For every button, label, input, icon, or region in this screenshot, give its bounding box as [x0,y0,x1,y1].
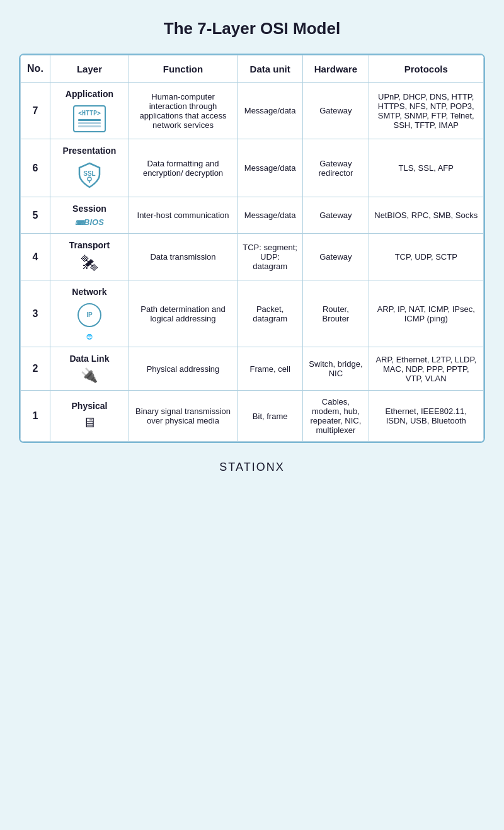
cell-layer: Network IP🌐 [50,280,129,347]
osi-table-wrapper: No. Layer Function Data unit Hardware Pr… [19,54,485,443]
layer-name: Application [55,89,123,99]
cell-hardware: Gateway redirector [303,139,369,197]
table-header-row: No. Layer Function Data unit Hardware Pr… [21,55,484,83]
table-row: 7 Application <HTTP> Human-computer inte… [21,83,484,139]
footer-logo: STATIONX [219,461,284,474]
cell-protocols: TLS, SSL, AFP [369,139,483,197]
cell-dataunit: Message/data [238,139,303,197]
layer-name: Physical [55,401,123,411]
cell-protocols: ARP, Ethernet, L2TP, LLDP, MAC, NDP, PPP… [369,347,483,391]
layer-icon: IP🌐 [55,301,123,340]
table-row: 4 Transport 🛰 Data transmission TCP: seg… [21,234,484,280]
cell-no: 3 [21,280,50,347]
table-row: 5 Session ⌨BIOS Inter-host communication… [21,197,484,234]
layer-name: Transport [55,240,123,250]
cell-dataunit: Message/data [238,83,303,139]
cell-dataunit: Message/data [238,197,303,234]
table-row: 6 Presentation SSL Data formatting and e… [21,139,484,197]
cell-hardware: Gateway [303,83,369,139]
header-no: No. [21,55,50,83]
header-dataunit: Data unit [238,55,303,83]
svg-point-1 [88,177,91,181]
layer-name: Data Link [55,354,123,364]
cell-no: 5 [21,197,50,234]
svg-text:SSL: SSL [83,170,95,177]
cell-no: 4 [21,234,50,280]
cell-dataunit: Frame, cell [238,347,303,391]
cell-protocols: Ethernet, IEEE802.11, ISDN, USB, Bluetoo… [369,391,483,442]
layer-icon: 🖥 [55,415,123,431]
table-row: 1 Physical 🖥 Binary signal transmission … [21,391,484,442]
layer-name: Presentation [55,146,123,156]
layer-icon: SSL [55,159,123,190]
cell-no: 6 [21,139,50,197]
table-row: 3 Network IP🌐 Path determination and log… [21,280,484,347]
cell-layer: Session ⌨BIOS [50,197,129,234]
cell-function: Data formatting and encryption/ decrypti… [129,139,238,197]
cell-function: Inter-host communication [129,197,238,234]
table-row: 2 Data Link 🔌 Physical addressing Frame,… [21,347,484,391]
cell-function: Human-computer interaction through appli… [129,83,238,139]
cell-layer: Application <HTTP> [50,83,129,139]
cell-protocols: NetBIOS, RPC, SMB, Socks [369,197,483,234]
cell-function: Physical addressing [129,347,238,391]
cell-layer: Physical 🖥 [50,391,129,442]
cell-hardware: Cables, modem, hub, repeater, NIC, multi… [303,391,369,442]
cell-protocols: UPnP, DHCP, DNS, HTTP, HTTPS, NFS, NTP, … [369,83,483,139]
cell-hardware: Gateway [303,197,369,234]
cell-dataunit: Bit, frame [238,391,303,442]
cell-function: Path determination and logical addressin… [129,280,238,347]
layer-name: Network [55,287,123,297]
cell-layer: Transport 🛰 [50,234,129,280]
cell-layer: Data Link 🔌 [50,347,129,391]
cell-dataunit: Packet, datagram [238,280,303,347]
header-hardware: Hardware [303,55,369,83]
cell-hardware: Router, Brouter [303,280,369,347]
osi-table: No. Layer Function Data unit Hardware Pr… [20,55,484,442]
layer-name: Session [55,204,123,214]
cell-hardware: Gateway [303,234,369,280]
cell-no: 2 [21,347,50,391]
header-function: Function [129,55,238,83]
header-layer: Layer [50,55,129,83]
header-protocols: Protocols [369,55,483,83]
cell-function: Binary signal transmission over physical… [129,391,238,442]
cell-no: 7 [21,83,50,139]
cell-dataunit: TCP: segment; UDP: datagram [238,234,303,280]
layer-icon: <HTTP> [55,103,123,132]
cell-function: Data transmission [129,234,238,280]
cell-protocols: TCP, UDP, SCTP [369,234,483,280]
cell-layer: Presentation SSL [50,139,129,197]
cell-no: 1 [21,391,50,442]
layer-icon: 🔌 [55,367,123,384]
cell-hardware: Switch, bridge, NIC [303,347,369,391]
layer-icon: ⌨BIOS [55,217,123,227]
page-title: The 7-Layer OSI Model [164,19,340,38]
cell-protocols: ARP, IP, NAT, ICMP, IPsec, ICMP (ping) [369,280,483,347]
layer-icon: 🛰 [55,254,123,274]
